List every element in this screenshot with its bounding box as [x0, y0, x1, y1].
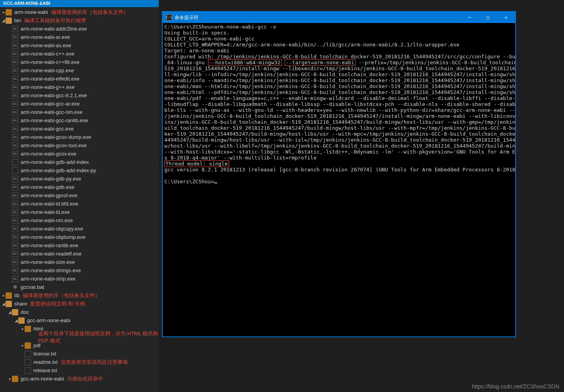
file-icon: 01 [12, 76, 18, 82]
tree-item-label: arm-none-eabi-gprof.exe [21, 192, 77, 198]
tree-item[interactable]: 01arm-none-eabi-objcopy.exe [0, 225, 159, 233]
tree-item[interactable]: ⚙gccvar.bat [0, 283, 159, 291]
file-icon [25, 367, 31, 374]
tree-item[interactable]: 01arm-none-eabi-ld.bfd.exe [0, 200, 159, 208]
tree-item[interactable]: 01arm-none-eabi-ld.exe [0, 208, 159, 216]
expand-arrow-icon[interactable]: ◢ [2, 302, 6, 306]
maximize-button[interactable]: ▢ [479, 12, 497, 23]
file-icon: 01 [12, 26, 18, 32]
tree-item[interactable]: 01arm-none-eabi-nm.exe [0, 216, 159, 225]
tree-item-label: readme.txt [33, 359, 58, 365]
file-icon [12, 159, 18, 165]
tree-item[interactable]: 01arm-none-eabi-strip.exe [0, 275, 159, 283]
tree-item[interactable]: release.txt [0, 366, 159, 375]
terminal-titlebar[interactable]: C:\ 命令提示符 ─ ▢ ✕ [163, 12, 515, 23]
file-icon: 01 [12, 209, 18, 215]
tree-item[interactable]: 01arm-none-eabi-gcc-ranlib.exe [0, 116, 159, 125]
file-explorer-sidebar: GCC-ARM-NONE-EABI ▸arm-none-eabi编译器使用的库（… [0, 0, 159, 392]
file-icon: 01 [12, 276, 18, 282]
tree-item[interactable]: ◢gcc-arm-none-eabi [0, 316, 159, 325]
tree-item[interactable]: 01arm-none-eabi-objdump.exe [0, 233, 159, 241]
tree-item[interactable]: 01arm-none-eabi-ranlib.exe [0, 241, 159, 250]
tree-item-label: arm-none-eabi-readelf.exe [21, 251, 81, 257]
sidebar-header: GCC-ARM-NONE-EABI [0, 0, 159, 7]
minimize-button[interactable]: ─ [460, 12, 479, 23]
tree-item[interactable]: 01arm-none-eabi-gcov-dump.exe [0, 133, 159, 141]
tree-item[interactable]: 01arm-none-eabi-addr2line.exe [0, 25, 159, 33]
tree-item[interactable]: 01arm-none-eabi-gcc-nm.exe [0, 108, 159, 116]
folder-icon [6, 9, 12, 15]
file-icon [12, 167, 18, 174]
tree-item[interactable]: 01arm-none-eabi-gdb.exe [0, 183, 159, 191]
tree-item-label: arm-none-eabi-gdb-add-index [21, 159, 89, 165]
file-icon: ⚙ [12, 284, 18, 290]
tree-item[interactable]: license.txt [0, 350, 159, 358]
annotation-text: 这两个目录下就是使用说明文档，分为 HTML 格式和 PDF 格式 [0, 333, 159, 341]
sidebar-title: GCC-ARM-NONE-EABI [3, 1, 50, 6]
tree-item[interactable]: arm-none-eabi-gdb-add-index [0, 158, 159, 166]
expand-arrow-icon[interactable]: ▸ [2, 293, 6, 298]
file-icon: 01 [12, 226, 18, 232]
file-icon: 01 [12, 134, 18, 140]
tree-item[interactable]: readme.txt这里面有安装说明及注意事项 [0, 358, 159, 366]
expand-arrow-icon[interactable]: ◢ [8, 310, 12, 314]
tree-item[interactable]: ◢bin编译工具链的各可执行程序 [0, 16, 159, 25]
expand-arrow-icon[interactable]: ▸ [21, 343, 25, 348]
watermark: https://blog.csdn.net/ZCShouCSDN [472, 383, 559, 390]
folder-icon [6, 301, 12, 307]
tree-item-label: pdf [33, 342, 40, 348]
command-prompt-window: C:\ 命令提示符 ─ ▢ ✕ C:\Users\ZCShou>arm-none… [162, 11, 516, 337]
annotation-text: 编译器使用的库（包括各头文件） [23, 292, 100, 299]
folder-icon [25, 326, 31, 332]
tree-item-label: arm-none-eabi-ld.exe [21, 209, 70, 215]
tree-item[interactable]: ▸lib编译器使用的库（包括各头文件） [0, 291, 159, 300]
tree-item[interactable]: ▸arm-none-eabi编译器使用的库（包括各头文件） [0, 8, 159, 16]
file-icon: 01 [12, 92, 18, 99]
file-icon: 01 [12, 259, 18, 265]
tree-item[interactable]: 01arm-none-eabi-c++.exe [0, 50, 159, 58]
tree-item[interactable]: 01arm-none-eabi-gcov-tool.exe [0, 141, 159, 150]
tree-item[interactable]: 01arm-none-eabi-ar.exe [0, 33, 159, 41]
tree-item[interactable]: 01arm-none-eabi-gprof.exe [0, 191, 159, 200]
tree-item[interactable]: 01arm-none-eabi-g++.exe [0, 83, 159, 91]
tree-item[interactable]: arm-none-eabi-gdb-add-index-py [0, 166, 159, 175]
annotation-text: 这里面有安装说明及注意事项 [61, 359, 128, 366]
tree-item-label: license.txt [33, 351, 56, 357]
terminal-output[interactable]: C:\Users\ZCShou>arm-none-eabi-gcc -v Usi… [163, 23, 515, 185]
tree-item-label: lib [14, 292, 19, 298]
expand-arrow-icon[interactable]: ▸ [8, 377, 12, 381]
tree-item[interactable]: 01arm-none-eabi-as.exe [0, 41, 159, 50]
tree-item[interactable]: 01arm-none-eabi-gcov.exe [0, 150, 159, 158]
tree-item[interactable]: 01arm-none-eabi-strings.exe [0, 266, 159, 275]
tree-item[interactable]: 01arm-none-eabi-gcc-ar.exe [0, 100, 159, 108]
tree-item-label: arm-none-eabi-cpp.exe [21, 67, 74, 73]
tree-item[interactable]: ▸gcc-arm-none-eabi示例在此目录中 [0, 375, 159, 383]
annotation-text: 配套的说明文档 和 示例 [31, 300, 85, 307]
file-icon: 01 [12, 117, 18, 124]
tree-item[interactable]: 01arm-none-eabi-gdb-py.exe [0, 175, 159, 183]
tree-item-label: gcc-arm-none-eabi [27, 317, 70, 323]
tree-item[interactable]: ◢share配套的说明文档 和 示例 [0, 300, 159, 308]
tree-item[interactable]: 01arm-none-eabi-gcc-8.2.1.exe [0, 91, 159, 100]
tree-item[interactable]: 01arm-none-eabi-gcc.exe [0, 125, 159, 133]
expand-arrow-icon[interactable]: ▸ [2, 10, 6, 14]
tree-item-label: share [14, 301, 27, 307]
file-icon: 01 [12, 151, 18, 157]
folder-icon [6, 17, 12, 24]
tree-item[interactable]: ◢doc [0, 308, 159, 316]
file-icon: 01 [12, 184, 18, 190]
file-icon: 01 [12, 101, 18, 107]
tree-item[interactable]: 01arm-none-eabi-size.exe [0, 258, 159, 266]
tree-item[interactable]: 01arm-none-eabi-elfedit.exe [0, 75, 159, 83]
expand-arrow-icon[interactable]: ◢ [2, 18, 6, 23]
tree-item-label: arm-none-eabi-objcopy.exe [21, 226, 83, 232]
tree-item[interactable]: 01arm-none-eabi-readelf.exe [0, 250, 159, 258]
file-icon: 01 [12, 42, 18, 49]
close-button[interactable]: ✕ [497, 12, 515, 23]
annotation-text: 编译工具链的各可执行程序 [24, 17, 86, 24]
tree-item[interactable]: 01arm-none-eabi-c++filt.exe [0, 58, 159, 66]
expand-arrow-icon[interactable]: ▸ [21, 327, 25, 331]
folder-icon [6, 292, 12, 299]
tree-item[interactable]: 01arm-none-eabi-cpp.exe [0, 66, 159, 75]
expand-arrow-icon[interactable]: ◢ [14, 318, 18, 323]
